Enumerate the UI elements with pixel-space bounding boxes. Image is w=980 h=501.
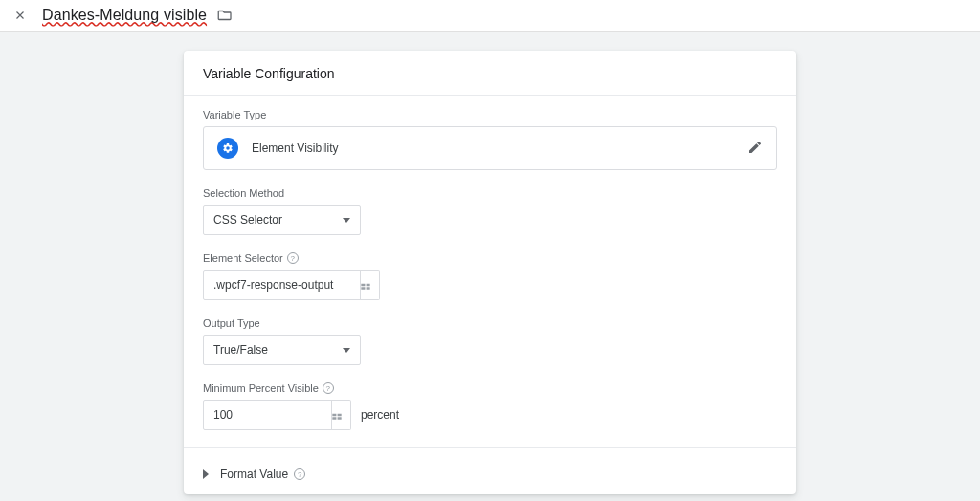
help-icon[interactable]: ? <box>287 252 299 264</box>
element-selector-label: Element Selector ? <box>203 252 777 264</box>
selection-method-label: Selection Method <box>203 187 777 199</box>
edit-icon[interactable] <box>747 140 763 158</box>
element-selector-input[interactable]: .wpcf7-response-output <box>203 270 361 300</box>
min-percent-input[interactable]: 100 <box>203 400 332 430</box>
variable-type-row[interactable]: Element Visibility <box>203 126 777 170</box>
folder-icon[interactable] <box>216 7 234 24</box>
chevron-down-icon <box>343 218 350 223</box>
variable-picker-button[interactable] <box>351 270 380 300</box>
format-value-row[interactable]: Format Value ? <box>184 454 796 494</box>
help-icon[interactable]: ? <box>294 468 305 480</box>
top-bar: Dankes-Meldung visible <box>0 0 980 32</box>
gear-icon <box>217 138 238 159</box>
element-selector-group: Element Selector ? .wpcf7-response-outpu… <box>203 252 777 300</box>
output-type-group: Output Type True/False <box>203 317 777 365</box>
selection-method-value: CSS Selector <box>213 213 282 227</box>
selection-method-group: Selection Method CSS Selector <box>203 187 777 235</box>
page-title[interactable]: Dankes-Meldung visible <box>42 7 207 24</box>
output-type-value: True/False <box>213 343 268 357</box>
min-percent-input-wrap: 100 <box>203 400 351 430</box>
card-heading: Variable Configuration <box>184 51 796 96</box>
divider <box>184 447 796 448</box>
chevron-right-icon <box>203 469 209 479</box>
workspace: Variable Configuration Variable Type Ele… <box>0 32 980 501</box>
chevron-down-icon <box>343 348 350 353</box>
card-body: Variable Type Element Visibility Selecti… <box>184 96 796 454</box>
selection-method-select[interactable]: CSS Selector <box>203 205 361 235</box>
percent-unit: percent <box>361 408 399 422</box>
output-type-label: Output Type <box>203 317 777 329</box>
variable-type-value: Element Visibility <box>252 142 734 155</box>
config-card: Variable Configuration Variable Type Ele… <box>184 51 796 494</box>
output-type-select[interactable]: True/False <box>203 335 361 365</box>
element-selector-input-wrap: .wpcf7-response-output <box>203 270 777 300</box>
close-icon[interactable] <box>11 7 29 24</box>
variable-type-label: Variable Type <box>203 109 777 120</box>
variable-picker-button[interactable] <box>323 400 351 430</box>
min-percent-group: Minimum Percent Visible ? 100 percent <box>203 382 777 430</box>
min-percent-label: Minimum Percent Visible ? <box>203 382 777 394</box>
help-icon[interactable]: ? <box>323 382 334 394</box>
format-value-label: Format Value <box>220 468 288 481</box>
